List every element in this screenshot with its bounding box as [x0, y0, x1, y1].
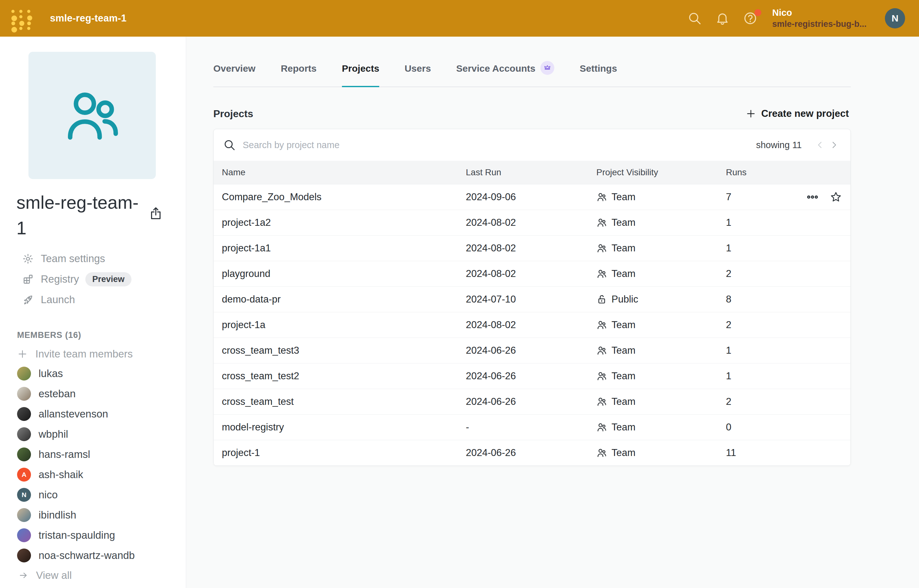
avatar: [17, 508, 31, 522]
search-input[interactable]: [243, 140, 756, 150]
sidebar-nav: Team settingsRegistryPreviewLaunch: [0, 249, 186, 310]
sidebar-item-launch[interactable]: Launch: [0, 289, 186, 310]
member-item-wbphil[interactable]: wbphil: [0, 424, 186, 444]
member-item-ibindlish[interactable]: ibindlish: [0, 505, 186, 525]
top-navigation-bar: smle-reg-team-1 Nico smle-registries-bug…: [0, 0, 919, 37]
table-row-project-1a[interactable]: project-1a2024-08-02Team2: [214, 312, 851, 338]
project-name[interactable]: Compare_Zoo_Models: [222, 191, 466, 203]
invite-team-members-button[interactable]: Invite team members: [17, 346, 186, 362]
project-runs: 1: [726, 370, 773, 382]
project-visibility: Team: [611, 319, 635, 331]
member-name: ash-shaik: [39, 468, 83, 481]
avatar[interactable]: N: [885, 8, 905, 28]
project-last-run: 2024-08-02: [466, 268, 596, 279]
project-last-run: 2024-09-06: [466, 191, 596, 203]
project-name[interactable]: project-1: [222, 447, 466, 459]
pagination-next-button[interactable]: [827, 138, 841, 152]
tab-projects[interactable]: Projects: [342, 63, 379, 87]
project-runs: 7: [726, 191, 773, 203]
users-icon: [596, 217, 607, 228]
table-row-cross-team-test2[interactable]: cross_team_test22024-06-26Team1: [214, 363, 851, 389]
wandb-logo-icon[interactable]: [10, 7, 30, 29]
tab-settings[interactable]: Settings: [580, 63, 617, 87]
project-name[interactable]: model-registry: [222, 422, 466, 433]
showing-count: showing 11: [756, 140, 802, 150]
table-row-demo-data-pr[interactable]: demo-data-pr2024-07-10Public8: [214, 286, 851, 312]
bell-icon[interactable]: [715, 11, 730, 26]
search-icon[interactable]: [687, 11, 702, 26]
tab-label: Overview: [213, 63, 255, 74]
table-row-compare-zoo-models[interactable]: Compare_Zoo_Models2024-09-06Team7: [214, 184, 851, 210]
member-item-noa-schwartz-wandb[interactable]: noa-schwartz-wandb: [0, 545, 186, 565]
project-visibility: Team: [611, 345, 635, 356]
avatar: [17, 447, 31, 461]
project-name[interactable]: project-1a: [222, 319, 466, 331]
member-name: wbphil: [39, 428, 68, 440]
project-visibility: Team: [611, 191, 635, 203]
avatar: [17, 528, 31, 542]
project-name[interactable]: cross_team_test3: [222, 345, 466, 356]
table-row-model-registry[interactable]: model-registry-Team0: [214, 414, 851, 440]
project-last-run: 2024-08-02: [466, 242, 596, 254]
table-row-project-1a1[interactable]: project-1a12024-08-02Team1: [214, 235, 851, 261]
member-item-esteban[interactable]: esteban: [0, 384, 186, 404]
tab-overview[interactable]: Overview: [213, 63, 255, 87]
pagination-prev-button[interactable]: [813, 138, 827, 152]
team-avatar: [28, 52, 156, 179]
tab-users[interactable]: Users: [405, 63, 431, 87]
project-visibility: Team: [611, 268, 635, 279]
project-name[interactable]: project-1a1: [222, 242, 466, 254]
member-item-nico[interactable]: Nnico: [0, 485, 186, 505]
member-item-allanstevenson[interactable]: allanstevenson: [0, 404, 186, 424]
star-icon[interactable]: [830, 191, 842, 204]
invite-label: Invite team members: [36, 348, 133, 360]
project-name[interactable]: cross_team_test2: [222, 370, 466, 382]
member-name: noa-schwartz-wandb: [39, 549, 135, 562]
tab-reports[interactable]: Reports: [280, 63, 316, 87]
table-row-cross-team-test3[interactable]: cross_team_test32024-06-26Team1: [214, 338, 851, 363]
share-icon[interactable]: [149, 206, 163, 221]
project-name[interactable]: demo-data-pr: [222, 294, 466, 305]
avatar: N: [17, 488, 31, 502]
project-last-run: 2024-08-02: [466, 319, 596, 331]
table-row-cross-team-test[interactable]: cross_team_test2024-06-26Team2: [214, 389, 851, 414]
create-new-project-button[interactable]: Create new project: [744, 105, 851, 123]
row-menu-icon[interactable]: [806, 191, 819, 204]
sidebar-item-registry[interactable]: RegistryPreview: [0, 269, 186, 289]
tab-label: Users: [405, 63, 431, 74]
member-item-lukas[interactable]: lukas: [0, 363, 186, 384]
project-name[interactable]: cross_team_test: [222, 396, 466, 407]
member-name: allanstevenson: [39, 408, 108, 420]
column-header-project-visibility: Project Visibility: [596, 167, 726, 178]
help-icon[interactable]: [743, 11, 757, 26]
project-runs: 8: [726, 294, 773, 305]
tab-service-accounts[interactable]: Service Accounts: [456, 63, 554, 87]
project-runs: 1: [726, 217, 773, 228]
project-runs: 2: [726, 396, 773, 407]
member-item-hans-ramsl[interactable]: hans-ramsl: [0, 444, 186, 465]
table-row-project-1[interactable]: project-12024-06-26Team11: [214, 440, 851, 465]
team-sidebar: smle-reg-team-1 Team settingsRegistryPre…: [0, 37, 186, 588]
project-last-run: 2024-06-26: [466, 370, 596, 382]
table-row-playground[interactable]: playground2024-08-02Team2: [214, 261, 851, 286]
users-icon: [596, 192, 607, 202]
projects-table: Compare_Zoo_Models2024-09-06Team7project…: [214, 184, 851, 465]
topbar-team-title: smle-reg-team-1: [50, 13, 126, 24]
project-visibility: Team: [611, 396, 635, 407]
users-icon: [596, 268, 607, 279]
view-all-members-link[interactable]: View all: [0, 565, 186, 585]
avatar: [17, 367, 31, 381]
user-menu[interactable]: Nico smle-registries-bug-b...: [772, 7, 867, 30]
sidebar-item-team-settings[interactable]: Team settings: [0, 249, 186, 269]
tab-label: Projects: [342, 63, 379, 74]
member-item-tristan-spaulding[interactable]: tristan-spaulding: [0, 525, 186, 545]
avatar: [17, 549, 31, 562]
project-name[interactable]: playground: [222, 268, 466, 279]
project-name[interactable]: project-1a2: [222, 217, 466, 228]
tab-label: Service Accounts: [456, 63, 536, 74]
table-row-project-1a2[interactable]: project-1a22024-08-02Team1: [214, 210, 851, 235]
project-last-run: 2024-08-02: [466, 217, 596, 228]
member-item-ash-shaik[interactable]: Aash-shaik: [0, 465, 186, 485]
project-runs: 11: [726, 447, 773, 459]
project-runs: 2: [726, 319, 773, 331]
